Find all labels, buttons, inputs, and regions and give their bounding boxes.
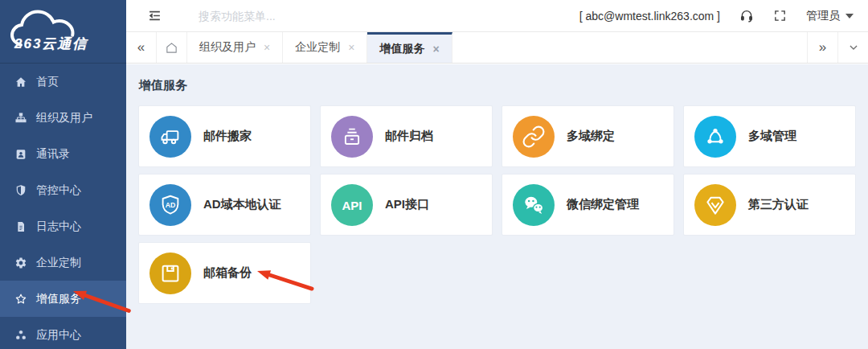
gear-icon	[14, 256, 27, 269]
card-mailbox-backup[interactable]: 邮箱备份	[138, 242, 311, 304]
user-role-dropdown[interactable]: 管理员	[806, 9, 854, 23]
link-icon	[513, 116, 555, 158]
shield-icon	[14, 183, 27, 197]
card-label: 邮箱备份	[203, 265, 252, 281]
topbar: [ abc@wmtest.link263.com ] 管理员	[126, 0, 868, 32]
card-mail-archive[interactable]: 邮件归档	[320, 105, 493, 167]
card-label: 邮件归档	[385, 129, 433, 144]
org-tree-icon	[14, 111, 27, 125]
search-input[interactable]	[199, 10, 440, 23]
card-label: AD域本地认证	[203, 197, 281, 212]
card-label: 邮件搬家	[203, 129, 252, 144]
tab-home-icon[interactable]	[157, 32, 187, 63]
tab-close-icon[interactable]: ×	[432, 43, 439, 55]
tab-value-added-services[interactable]: 增值服务 ×	[367, 32, 452, 63]
main-content: 增值服务 邮件搬家 邮件归档	[126, 64, 868, 349]
diamond-icon	[694, 184, 736, 226]
card-multi-domain-management[interactable]: 多域管理	[683, 105, 856, 167]
card-label: 多域绑定	[567, 129, 615, 144]
tabs-scroll-right-icon[interactable]: »	[807, 32, 837, 63]
sidebar: 263云通信 首页 组织及用户	[0, 0, 126, 349]
save-disk-icon	[149, 253, 191, 294]
sidebar-item-label: 管控中心	[36, 183, 81, 198]
tabs-scroll-left-icon[interactable]: «	[126, 32, 157, 63]
wechat-icon	[513, 184, 555, 226]
service-card-grid: 邮件搬家 邮件归档 多域绑定	[138, 105, 856, 304]
sidebar-item-contacts[interactable]: 通讯录	[0, 136, 126, 172]
card-label: 第三方认证	[748, 197, 809, 212]
tab-close-icon[interactable]: ×	[264, 41, 270, 54]
sidebar-item-control-center[interactable]: 管控中心	[0, 172, 126, 208]
sidebar-item-app-center[interactable]: 应用中心	[0, 317, 126, 349]
ad-icon-text: AD	[166, 201, 176, 209]
tab-label: 企业定制	[295, 40, 340, 55]
star-icon	[14, 292, 27, 306]
account-email: [ abc@wmtest.link263.com ]	[579, 10, 720, 23]
brand-logo: 263云通信	[0, 0, 126, 64]
card-ad-domain-auth[interactable]: AD AD域本地认证	[138, 174, 311, 236]
card-third-party-auth[interactable]: 第三方认证	[683, 174, 856, 236]
tab-org-users[interactable]: 组织及用户 ×	[187, 32, 283, 63]
menu-collapse-icon[interactable]	[148, 9, 162, 23]
card-label: 多域管理	[748, 129, 796, 144]
caret-down-icon	[845, 14, 854, 18]
sidebar-item-label: 日志中心	[36, 220, 81, 234]
topbar-right: [ abc@wmtest.link263.com ] 管理员	[579, 9, 868, 23]
user-role-label: 管理员	[806, 9, 840, 23]
sidebar-item-label: 首页	[36, 75, 59, 89]
api-icon-text: API	[342, 198, 362, 211]
sidebar-item-home[interactable]: 首页	[0, 64, 126, 100]
truck-icon	[149, 116, 191, 158]
card-mail-migration[interactable]: 邮件搬家	[138, 105, 311, 167]
card-label: 微信绑定管理	[567, 197, 639, 212]
tab-close-icon[interactable]: ×	[348, 41, 354, 54]
api-text-icon: API	[331, 184, 373, 226]
card-wechat-binding[interactable]: 微信绑定管理	[502, 174, 674, 236]
card-api-interface[interactable]: API API接口	[320, 174, 493, 236]
tab-label: 增值服务	[379, 42, 424, 56]
tabs-menu-chevron-down-icon[interactable]	[837, 32, 868, 63]
network-nodes-icon	[694, 116, 736, 158]
fullscreen-icon[interactable]	[773, 9, 787, 23]
tab-label: 组织及用户	[199, 40, 256, 55]
sidebar-item-label: 增值服务	[36, 292, 81, 306]
contacts-icon	[14, 147, 27, 161]
sidebar-item-org-users[interactable]: 组织及用户	[0, 100, 126, 136]
page-title: 增值服务	[126, 64, 868, 93]
tab-enterprise-custom[interactable]: 企业定制 ×	[283, 32, 367, 63]
archive-icon	[331, 116, 373, 158]
sidebar-item-label: 通讯录	[36, 147, 70, 162]
tabbar-spacer	[452, 32, 807, 63]
ad-shield-icon: AD	[149, 184, 191, 226]
log-document-icon	[14, 220, 27, 233]
tabbar: « 组织及用户 × 企业定制 × 增值服务 × »	[126, 32, 868, 64]
sidebar-item-log-center[interactable]: 日志中心	[0, 208, 126, 244]
sidebar-item-label: 组织及用户	[36, 111, 92, 125]
card-multi-domain-binding[interactable]: 多域绑定	[502, 105, 674, 167]
sidebar-item-value-added-services[interactable]: 增值服务	[0, 281, 126, 317]
home-icon	[14, 75, 27, 88]
sidebar-item-enterprise-custom[interactable]: 企业定制	[0, 244, 126, 281]
app-cubes-icon	[14, 328, 27, 342]
card-label: API接口	[385, 197, 429, 212]
sidebar-menu: 首页 组织及用户 通讯录	[0, 64, 126, 349]
sidebar-item-label: 企业定制	[36, 256, 81, 270]
headset-support-icon[interactable]	[739, 9, 754, 23]
brand-name: 263云通信	[14, 35, 88, 53]
app-root: { "brand": { "logo_text": "263云通信" }, "t…	[0, 0, 868, 349]
sidebar-item-label: 应用中心	[36, 328, 81, 343]
